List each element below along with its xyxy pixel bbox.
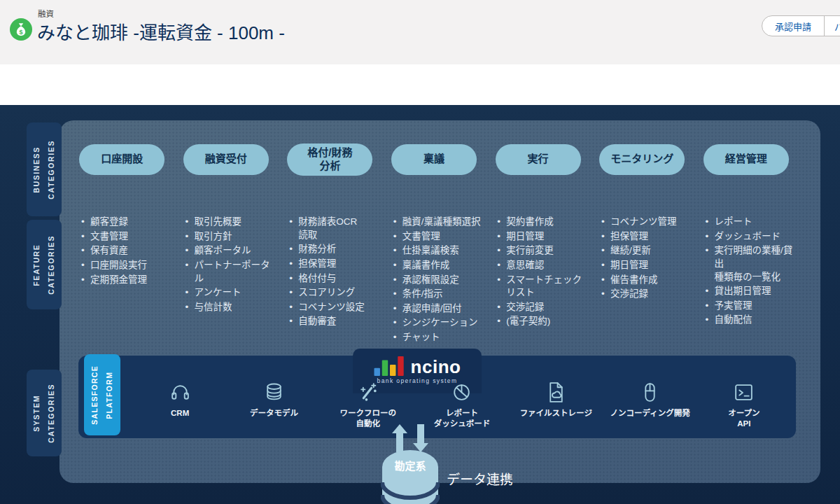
feature-item: 催告書作成 <box>601 274 690 287</box>
feature-lists: 顧客登録 文書管理 保有資産 口座開設実行 定期預金管理 取引先概要 取引方針 … <box>70 216 798 346</box>
system-item-nocode-development: ノンコーディング開発 <box>603 381 696 429</box>
feature-item: 交渉記録 <box>497 301 586 314</box>
feature-item: 実行前変更 <box>497 244 586 258</box>
feature-item: レポート <box>705 216 794 229</box>
salesforce-platform-tab: SALESFORCE PLATFORM <box>84 354 120 435</box>
system-item-file-storage: ファイルストレージ <box>509 381 603 429</box>
path-bar: 受付 提案 審査 稟議作成 稟議回付中 書類準備 契約/実行 返済中 完了 ✓ … <box>0 64 840 105</box>
business-category-row: 口座開設 融資受付 格付/財務 分析 稟議 実行 モニタリング 経営管理 <box>70 144 798 176</box>
system-item-report-dashboard: レポート ダッシュボード <box>415 381 509 429</box>
feature-list-5: コベナンツ管理 担保管理 継続/更新 期日管理 催告書作成 交渉記録 <box>590 216 694 346</box>
feature-item: 文書管理 <box>393 230 482 244</box>
feature-item: 自動配信 <box>705 314 794 327</box>
file-storage-icon <box>545 381 568 404</box>
feature-item: シンジケーション <box>393 316 482 330</box>
system-categories-tab: SYSTEM CATEGORIES <box>27 370 62 456</box>
category-pill-account-opening: 口座開設 <box>79 144 164 175</box>
feature-item: 口座開設実行 <box>81 259 170 272</box>
header-action-group: 承認申請 パ <box>762 15 840 36</box>
system-item-workflow-automation: ワークフローの 自動化 <box>321 381 415 429</box>
svg-text:$: $ <box>19 29 22 36</box>
feature-item: 仕掛稟議検索 <box>393 244 482 258</box>
ncino-logo-text: ncino <box>411 358 461 376</box>
feature-list-4: 契約書作成 期日管理 実行前変更 意思確認 スマートチェックリスト 交渉記録 (… <box>486 216 590 346</box>
feature-item: 顧客ポータル <box>186 244 274 258</box>
business-categories-label: BUSINESS CATEGORIES <box>29 140 59 200</box>
feature-item: 融資/稟議種類選択 <box>393 216 482 229</box>
feature-item: 意思確認 <box>497 259 586 272</box>
salesforce-platform-label: SALESFORCE PLATFORM <box>88 365 117 425</box>
ncino-bars-icon <box>374 355 406 376</box>
feature-item: ダッシュボード <box>705 230 794 244</box>
feature-item: 担保管理 <box>601 230 690 244</box>
feature-item: パートナーポータル <box>186 259 274 285</box>
feature-item: 格付付与 <box>289 272 378 286</box>
data-link-label: データ連携 <box>447 469 513 488</box>
feature-item: 財務諸表OCR 読取 <box>289 216 378 241</box>
page-title: みなと珈琲 -運転資金 - 100m - <box>37 18 285 44</box>
feature-item: 定期預金管理 <box>81 274 170 287</box>
money-bag-icon: $ <box>10 18 32 41</box>
feature-item: 自動審査 <box>289 315 378 328</box>
feature-item: コベナンツ管理 <box>601 216 690 229</box>
category-pill-loan-intake: 融資受付 <box>183 144 269 175</box>
feature-item: 契約書作成 <box>497 216 586 229</box>
terminal-icon <box>732 381 755 404</box>
category-pill-monitoring: モニタリング <box>599 144 685 175</box>
core-system-label: 勘定系 <box>381 458 440 472</box>
category-pill-rating-analysis: 格付/財務 分析 <box>287 144 372 176</box>
database-icon <box>262 381 286 404</box>
more-action-button[interactable]: パ <box>824 16 840 36</box>
system-item-crm: CRM <box>133 381 227 429</box>
feature-item: 保有資産 <box>81 244 170 258</box>
feature-categories-tab: FEATURE CATEGORIES <box>27 220 62 309</box>
feature-item: 期日管理 <box>601 259 690 272</box>
system-items: CRM データモデル ワークフローの 自動化 <box>133 381 791 429</box>
donut-chart-icon <box>450 381 473 404</box>
feature-item: コベナンツ設定 <box>289 301 378 314</box>
headset-icon <box>169 381 192 404</box>
category-pill-execution: 実行 <box>496 144 581 175</box>
feature-categories-label: FEATURE CATEGORIES <box>29 235 59 295</box>
feature-item: 継続/更新 <box>601 244 690 258</box>
feature-item: 文書管理 <box>81 230 170 244</box>
feature-list-6: レポート ダッシュボード 実行明細の業種/貸出 種類毎の一覧化 貸出期日管理 予… <box>694 216 798 346</box>
feature-item: 担保管理 <box>289 258 378 271</box>
feature-item: (電子契約) <box>497 315 586 328</box>
feature-item: スマートチェックリスト <box>497 274 586 300</box>
feature-item: 条件/指示 <box>393 288 482 301</box>
feature-list-3: 融資/稟議種類選択 文書管理 仕掛稟議検索 稟議書作成 承認権限設定 条件/指示… <box>382 216 486 346</box>
feature-item: 取引先概要 <box>186 216 274 229</box>
feature-item: 実行明細の業種/貸出 種類毎の一覧化 <box>705 244 794 284</box>
diagram-area: BUSINESS CATEGORIES FEATURE CATEGORIES S… <box>0 105 840 504</box>
feature-list-1: 取引先概要 取引方針 顧客ポータル パートナーポータル アンケート 与信計数 <box>174 216 279 346</box>
record-header: $ 融資 みなと珈琲 -運転資金 - 100m - 承認申請 パ <box>0 0 840 64</box>
feature-item: 予実管理 <box>705 300 794 313</box>
feature-item: アンケート <box>186 286 274 300</box>
feature-item: 顧客登録 <box>81 216 170 229</box>
feature-list-0: 顧客登録 文書管理 保有資産 口座開設実行 定期預金管理 <box>70 216 174 346</box>
system-item-data-model: データモデル <box>227 381 321 429</box>
feature-item: 期日管理 <box>497 230 586 244</box>
magic-wand-icon <box>356 381 379 404</box>
system-categories-label: SYSTEM CATEGORIES <box>29 384 59 443</box>
feature-item: スコアリング <box>289 286 378 300</box>
system-item-open-api: オープン API <box>697 381 791 429</box>
feature-list-2: 財務諸表OCR 読取 財務分析 担保管理 格付付与 スコアリング コベナンツ設定… <box>278 216 382 346</box>
record-type-label: 融資 <box>38 8 54 19</box>
feature-item: 承認申請/回付 <box>393 302 482 316</box>
mouse-icon <box>638 381 662 404</box>
feature-item: 承認権限設定 <box>393 274 482 287</box>
feature-item: 取引方針 <box>186 230 274 244</box>
business-categories-tab: BUSINESS CATEGORIES <box>27 122 62 216</box>
feature-item: 稟議書作成 <box>393 259 482 272</box>
approval-request-button[interactable]: 承認申請 <box>762 16 824 36</box>
category-pill-approval: 稟議 <box>391 144 477 175</box>
feature-item: 交渉記録 <box>601 288 690 301</box>
feature-item: 貸出期日管理 <box>705 285 794 298</box>
category-pill-management: 経営管理 <box>704 144 789 175</box>
feature-item: チャット <box>393 331 482 344</box>
core-banking-database-icon <box>381 449 440 504</box>
feature-item: 与信計数 <box>186 301 274 314</box>
data-sync-arrows-icon <box>392 424 428 452</box>
